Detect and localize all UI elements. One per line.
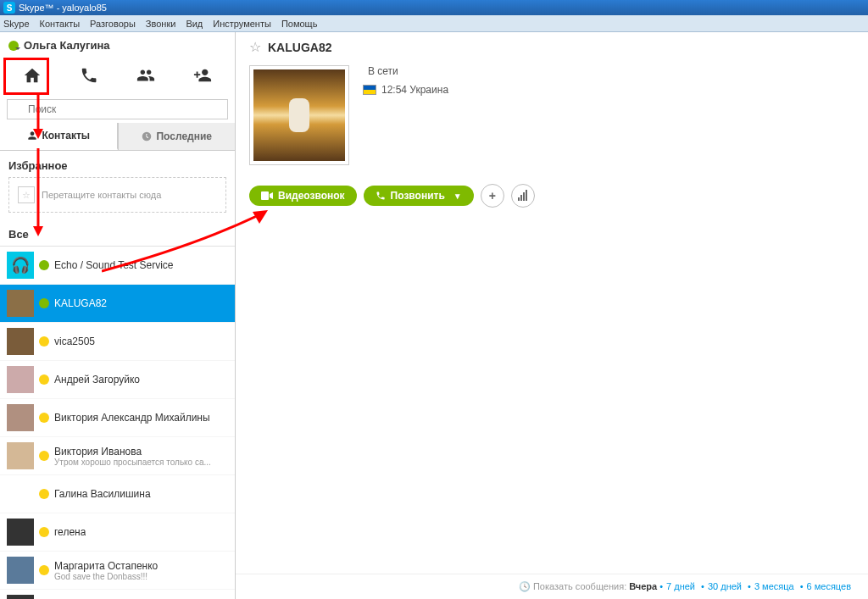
phone-icon — [376, 191, 386, 201]
skype-logo-icon: S — [3, 2, 15, 14]
presence-away-icon — [39, 374, 49, 385]
window-titlebar: S Skype™ - yaloyalo85 — [0, 0, 868, 15]
menu-tools[interactable]: Инструменты — [213, 19, 271, 29]
status-online-icon — [8, 41, 19, 51]
avatar — [7, 328, 34, 355]
menu-help[interactable]: Помощь — [281, 19, 318, 29]
section-favorites-label: Избранное — [0, 151, 235, 177]
profile-status: В сети — [368, 65, 398, 77]
avatar — [7, 404, 34, 431]
history-current[interactable]: Вчера — [629, 581, 657, 591]
call-phone-button[interactable] — [75, 62, 103, 89]
contact-item-selected[interactable]: KALUGA82 — [0, 285, 235, 323]
contact-item[interactable]: Виктория ИвановаУтром хорошо просыпается… — [0, 437, 235, 475]
avatar — [7, 519, 34, 546]
contact-item[interactable]: Маргарита ОстапенкоGod save the Donbass!… — [0, 552, 235, 590]
sidebar: Ольга Калугина 🔍 Ко — [0, 32, 236, 599]
presence-away-icon — [39, 451, 49, 461]
home-button[interactable] — [19, 62, 46, 89]
favorites-dropzone[interactable]: ☆ Перетащите контакты сюда — [8, 177, 226, 213]
call-button[interactable]: Позвонить ▼ — [364, 186, 474, 206]
favorite-star-icon[interactable]: ☆ — [249, 39, 261, 55]
phone-icon — [80, 66, 98, 85]
message-history-footer: 🕓 Показать сообщения: Вчера •7 дней •30 … — [236, 574, 868, 599]
search-input[interactable] — [7, 99, 228, 119]
avatar — [7, 366, 34, 393]
profile-location: 12:54 Украина — [381, 84, 448, 96]
contact-item[interactable]: vica2505 — [0, 323, 235, 361]
contact-item[interactable]: Андрей Загоруйко — [0, 361, 235, 399]
clock-icon — [141, 130, 153, 142]
profile-avatar[interactable] — [249, 65, 349, 165]
svg-rect-1 — [261, 191, 269, 200]
group-icon — [136, 66, 155, 85]
clock-icon: 🕓 — [519, 581, 531, 591]
history-link[interactable]: 3 месяца — [754, 581, 794, 591]
group-button[interactable] — [132, 62, 159, 89]
call-actions: Видеозвонок Позвонить ▼ + — [236, 179, 868, 213]
presence-online-icon — [39, 260, 49, 270]
menu-calls[interactable]: Звонки — [146, 19, 176, 29]
tab-contacts[interactable]: Контакты — [0, 123, 118, 150]
add-contact-icon — [193, 66, 212, 85]
home-icon — [23, 66, 42, 85]
flag-ukraine-icon — [363, 85, 376, 95]
add-participants-button[interactable]: + — [481, 184, 504, 208]
presence-online-icon — [39, 298, 49, 308]
svg-rect-4 — [523, 192, 525, 201]
contact-item[interactable]: 🎧 Echo / Sound Test Service — [0, 247, 235, 285]
star-outline-icon: ☆ — [18, 186, 35, 203]
menu-skype[interactable]: Skype — [3, 19, 30, 29]
contact-item[interactable]: Галина Василишина — [0, 475, 235, 513]
current-user-name: Ольга Калугина — [24, 39, 110, 52]
presence-away-icon — [39, 489, 49, 499]
conversation-title: KALUGA82 — [268, 41, 331, 54]
add-contact-button[interactable] — [189, 62, 216, 89]
avatar — [7, 595, 34, 599]
history-link[interactable]: 6 месяцев — [807, 581, 851, 591]
contact-item[interactable]: Виктория Александр Михайлины — [0, 399, 235, 437]
call-quality-button[interactable] — [511, 184, 535, 208]
contact-item[interactable]: гелена — [0, 513, 235, 552]
video-icon — [261, 191, 273, 200]
svg-rect-5 — [526, 190, 527, 201]
sidebar-tabs: Контакты Последние — [0, 123, 235, 151]
history-link[interactable]: 30 дней — [708, 581, 742, 591]
presence-away-icon — [39, 336, 49, 347]
current-user-header[interactable]: Ольга Калугина — [0, 32, 235, 55]
presence-away-icon — [39, 527, 49, 537]
person-icon — [26, 130, 38, 141]
tab-recent[interactable]: Последние — [118, 123, 236, 150]
menu-bar: Skype Контакты Разговоры Звонки Вид Инст… — [0, 15, 868, 32]
chevron-down-icon: ▼ — [453, 191, 462, 201]
presence-away-icon — [39, 413, 49, 423]
signal-bars-icon — [517, 190, 529, 202]
svg-rect-2 — [518, 197, 520, 201]
conversation-header: ☆ KALUGA82 — [236, 32, 868, 62]
menu-contacts[interactable]: Контакты — [40, 19, 81, 29]
video-call-button[interactable]: Видеозвонок — [249, 186, 357, 206]
history-link[interactable]: 7 дней — [666, 581, 695, 591]
section-all-label: Все — [0, 219, 235, 246]
avatar — [7, 442, 34, 469]
presence-away-icon — [39, 565, 49, 575]
contacts-list[interactable]: 🎧 Echo / Sound Test Service KALUGA82 vic… — [0, 246, 235, 599]
avatar — [7, 290, 34, 317]
menu-conversations[interactable]: Разговоры — [90, 19, 136, 29]
contact-item[interactable]: саша бахтар ⚽ — [0, 590, 235, 599]
avatar — [7, 480, 34, 507]
nav-toolbar — [0, 55, 235, 96]
svg-rect-3 — [520, 195, 522, 201]
avatar: 🎧 — [7, 252, 34, 279]
avatar — [7, 557, 34, 584]
conversation-panel: ☆ KALUGA82 В сети 12:54 Украина Видеозво… — [236, 32, 868, 599]
menu-view[interactable]: Вид — [186, 19, 203, 29]
window-title: Skype™ - yaloyalo85 — [19, 3, 107, 13]
